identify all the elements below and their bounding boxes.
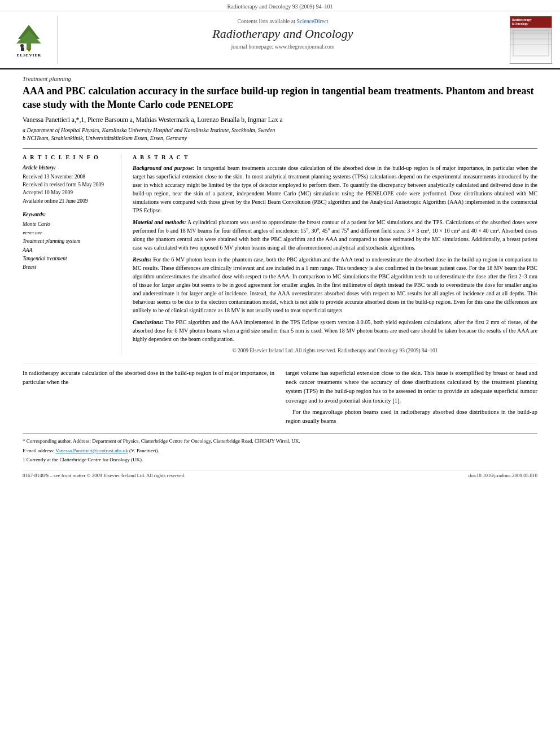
keyword-monte-carlo: Monte Carlo	[23, 220, 114, 229]
journal-center: Contents lists available at ScienceDirec…	[63, 16, 502, 64]
affiliation-b: b NCITeam, Strahlenklinik, Universitätsk…	[23, 134, 537, 142]
abstract-conclusions-para: Conclusions: The PBC algorithm and the A…	[133, 318, 537, 343]
bottom-doi: doi:10.1016/j.radonc.2009.05.010	[469, 473, 537, 478]
journal-header: ELSEVIER Contents lists available at Sci…	[0, 11, 560, 69]
abstract-bg-label: Background and purpose:	[133, 165, 195, 171]
authors: Vanessa Panettieri a,*,1, Pierre Barsoum…	[23, 116, 537, 123]
affiliations: a Department of Hospital Physics, Karoli…	[23, 126, 537, 142]
abstract-bg-para: Background and purpose: In tangential be…	[133, 164, 537, 215]
abstract-results-para: Results: For the 6 MV photon beam in the…	[133, 255, 537, 314]
affiliation-a: a Department of Hospital Physics, Karoli…	[23, 126, 537, 134]
journal-top-bar: Radiotherapy and Oncology 93 (2009) 94–1…	[0, 0, 560, 11]
keywords-section: Keywords: Monte Carlo penelope Treatment…	[23, 211, 114, 272]
svg-rect-1	[28, 48, 30, 51]
footnote-email: E-mail address: Vanessa.Panettieri@ccotr…	[23, 447, 537, 455]
footnote-1: 1 Currently at the Clatterbridge Centre …	[23, 456, 537, 464]
body-para-2: target volume has superficial extension …	[286, 369, 537, 405]
article-info-column: A R T I C L E I N F O Article history: R…	[23, 154, 121, 355]
history-received: Received 13 November 2008	[23, 174, 85, 180]
two-column-section: A R T I C L E I N F O Article history: R…	[23, 148, 537, 355]
cover-decoration	[510, 28, 552, 59]
keyword-tps: Treatment planning system	[23, 237, 114, 246]
abstract-results-label: Results:	[133, 256, 151, 263]
svg-point-4	[20, 44, 24, 47]
abstract-section: Background and purpose: In tangential be…	[133, 164, 537, 355]
journal-title: Radiotherapy and Oncology	[75, 27, 491, 41]
elsevier-brand-text: ELSEVIER	[17, 53, 41, 58]
article-history: Article history: Received 13 November 20…	[23, 164, 114, 205]
footnote-email-suffix: (V. Panettieri).	[129, 448, 159, 453]
abstract-bg-text: In tangential beam treatments accurate d…	[133, 165, 537, 213]
abstract-conclusions-text: The PBC algorithm and the AAA implemente…	[133, 319, 537, 342]
journal-cover: Radiotherapy&Oncology	[508, 16, 553, 64]
elsevier-logo: ELSEVIER	[7, 16, 58, 64]
abstract-mm-text: A cylindrical phantom was used to approx…	[133, 219, 537, 251]
main-content: Treatment planning AAA and PBC calculati…	[0, 69, 560, 484]
svg-rect-9	[513, 30, 549, 56]
keywords-label: Keywords:	[23, 211, 114, 219]
abstract-column: A B S T R A C T Background and purpose: …	[133, 154, 537, 355]
keyword-breast: Breast	[23, 263, 114, 272]
history-label: Article history:	[23, 164, 114, 172]
page-wrapper: Radiotherapy and Oncology 93 (2009) 94–1…	[0, 0, 560, 484]
abstract-title: A B S T R A C T	[133, 154, 537, 160]
keyword-aaa: AAA	[23, 246, 114, 255]
beams-word: beams	[321, 418, 336, 424]
abstract-mm-label: Material and methods:	[133, 219, 186, 225]
bottom-bar: 0167-8140/$ – see front matter © 2009 El…	[23, 470, 537, 478]
footnote-email-label: E-mail address:	[23, 448, 54, 453]
penelope-text: PENELOPE	[187, 101, 233, 110]
article-title: AAA and PBC calculation accuracy in the …	[23, 84, 537, 112]
history-online: Available online 21 June 2009	[23, 198, 88, 204]
article-info-title: A R T I C L E I N F O	[23, 154, 114, 160]
footnote-email-link[interactable]: Vanessa.Panettieri@ccotrust.nhs.uk	[55, 448, 128, 453]
elsevier-tree-icon	[10, 22, 49, 53]
history-accepted: Accepted 10 May 2009	[23, 190, 73, 195]
section-label: Treatment planning	[23, 75, 537, 82]
contents-line: Contents lists available at ScienceDirec…	[75, 18, 491, 24]
history-revised: Received in revised form 5 May 2009	[23, 182, 104, 187]
svg-rect-5	[21, 47, 24, 51]
body-col-right: target volume has superficial extension …	[286, 369, 537, 429]
abstract-results-text: For the 6 MV photon beam in the phantom …	[133, 256, 537, 313]
journal-homepage: journal homepage: www.thegreenjournal.co…	[75, 43, 491, 50]
body-para-1: In radiotherapy accurate calculation of …	[23, 369, 274, 387]
abstract-conclusions-label: Conclusions:	[133, 319, 163, 325]
keyword-penelope: penelope	[23, 229, 114, 237]
copyright-line: © 2009 Elsevier Ireland Ltd. All rights …	[133, 347, 537, 355]
cover-image: Radiotherapy&Oncology	[510, 16, 552, 64]
body-content: In radiotherapy accurate calculation of …	[23, 364, 537, 429]
footnotes-area: * Corresponding author. Address: Departm…	[23, 434, 537, 464]
sciencedirect-link[interactable]: ScienceDirect	[296, 18, 328, 24]
journal-citation: Radiotherapy and Oncology 93 (2009) 94–1…	[228, 3, 333, 10]
body-para-3: For the megavoltage photon beams used in…	[286, 408, 537, 426]
keyword-tangential: Tangential treatment	[23, 255, 114, 263]
body-col-left: In radiotherapy accurate calculation of …	[23, 369, 274, 429]
footnote-corresponding: * Corresponding author. Address: Departm…	[23, 438, 537, 445]
abstract-mm-para: Material and methods: A cylindrical phan…	[133, 218, 537, 252]
bottom-issn: 0167-8140/$ – see front matter © 2009 El…	[23, 473, 185, 478]
